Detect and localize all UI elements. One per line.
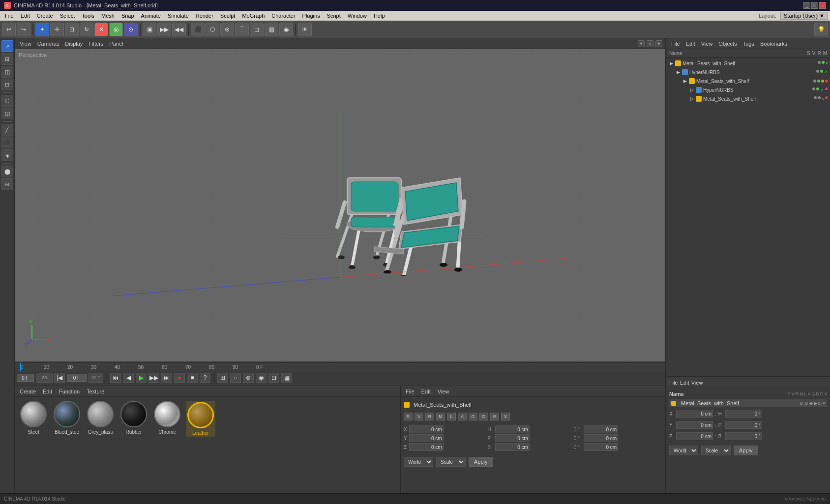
animate-play-button[interactable]: ▶▶ (157, 23, 171, 36)
mat-menu-function[interactable]: Function (57, 388, 82, 395)
tl-mode1[interactable]: ⊞ (217, 373, 228, 383)
right-attr-edit[interactable]: Edit (680, 380, 689, 386)
obj-menu-objects[interactable]: Objects (716, 40, 739, 47)
transform-mode-dropdown[interactable]: Scale Move Rotate (436, 457, 466, 467)
tl-mode6[interactable]: ▦ (281, 373, 292, 383)
left-extrude-tool[interactable]: ⬛ (1, 137, 13, 148)
attr-menu-file[interactable]: File (404, 388, 416, 395)
left-select-tool[interactable]: ↗ (1, 40, 13, 52)
tf-pos-y[interactable] (409, 434, 444, 442)
tf-pos-z[interactable] (409, 443, 444, 451)
scale2-button[interactable]: ◎ (109, 23, 123, 36)
tl-mode3[interactable]: ⊛ (243, 373, 254, 383)
left-scale-tool[interactable]: ⊡ (1, 79, 13, 90)
layout-preset[interactable]: Startup (User) ▼ (780, 12, 828, 20)
minimize-button[interactable]: _ (803, 2, 810, 9)
tl-record[interactable]: ● (174, 373, 185, 383)
nurbs-button[interactable]: ⊛ (220, 23, 234, 36)
coord-rot-y[interactable] (725, 421, 762, 429)
timeline-playhead[interactable] (20, 363, 21, 371)
tl-prev-frame[interactable]: ◀ (123, 373, 134, 383)
viewport-expand[interactable]: + (655, 40, 662, 47)
spline-button[interactable]: ⌒ (235, 23, 249, 36)
cube-button[interactable]: ⬛ (191, 23, 205, 36)
menu-mesh[interactable]: Mesh (98, 12, 118, 19)
attr-icon-g[interactable]: G (469, 413, 477, 420)
obj-item-hypernurbs2[interactable]: ▷ HyperNURBS ✓ (666, 85, 830, 94)
viewport-menu-filters[interactable]: Filters (87, 40, 105, 47)
obj-item-metal2[interactable]: ▶ Metal_Seats_with_Shelf (666, 77, 830, 85)
maximize-button[interactable]: □ (811, 2, 818, 9)
rotate2-button[interactable]: ⊙ (124, 23, 138, 36)
right-attr-dot-s[interactable]: ⊙ (800, 401, 803, 406)
menu-plugins[interactable]: Plugins (299, 12, 323, 19)
right-attr-dot-v[interactable]: ⊙ (804, 401, 808, 406)
menu-create[interactable]: Create (34, 12, 56, 19)
left-bridge-tool[interactable]: ◈ (1, 149, 13, 161)
right-attr-dot-m[interactable]: ▶ (814, 401, 817, 406)
tl-play[interactable]: ▶ (136, 373, 147, 383)
tl-go-start[interactable]: ⏮ (110, 373, 121, 383)
render-button[interactable]: 👁 (298, 23, 312, 36)
attr-icon-d[interactable]: D (479, 413, 488, 420)
attr-icon-x[interactable]: X (501, 413, 510, 420)
undo-button[interactable]: ↩ (2, 23, 16, 36)
obj-menu-bookmarks[interactable]: Bookmarks (758, 40, 789, 47)
obj-item-metal3[interactable]: ▷ Metal_Seats_with_Shelf × (666, 94, 830, 103)
menu-select[interactable]: Select (57, 12, 78, 19)
tf-rot-x[interactable] (495, 425, 530, 433)
scale-tool-button[interactable]: ⊡ (65, 23, 79, 36)
display-mode-button[interactable]: 💡 (814, 23, 828, 36)
viewport-zoom-fit[interactable]: + (638, 40, 645, 47)
tf-scale-y[interactable] (584, 434, 618, 442)
start-frame-input[interactable] (67, 374, 87, 382)
move-tool-button[interactable]: ✛ (50, 23, 64, 36)
redo-button[interactable]: ↪ (17, 23, 30, 36)
tl-go-end[interactable]: ⏭ (161, 373, 172, 383)
tf-pos-x[interactable] (409, 425, 444, 433)
right-attr-dot-a[interactable]: × (823, 401, 825, 406)
close-button[interactable]: × (819, 2, 826, 9)
obj-menu-view[interactable]: View (699, 40, 715, 47)
obj-item-hypernurbs1[interactable]: ▶ HyperNURBS ✓ (666, 68, 830, 77)
coord-pos-x[interactable] (676, 410, 713, 418)
left-knife-tool[interactable]: ╱ (1, 124, 13, 136)
obj-menu-edit[interactable]: Edit (684, 40, 697, 47)
tf-scale-x[interactable] (584, 425, 618, 433)
coord-pos-y[interactable] (676, 421, 713, 429)
left-move-tool[interactable]: ⊞ (1, 53, 13, 65)
tl-mode4[interactable]: ◉ (256, 373, 267, 383)
viewport-menu-view[interactable]: View (18, 40, 33, 47)
obj-menu-tags[interactable]: Tags (741, 40, 756, 47)
viewport-frame[interactable]: ○ (647, 40, 653, 47)
tl-mode2[interactable]: ○ (230, 373, 241, 383)
material-grey-plastic[interactable]: Grey_plasti (86, 401, 115, 437)
animate-record-button[interactable]: ▣ (143, 23, 156, 36)
material-steel[interactable]: Steel (19, 401, 48, 437)
3d-viewport[interactable]: Perspective (15, 49, 665, 362)
select-tool-button[interactable]: ✦ (35, 23, 49, 36)
viewport-menu-panel[interactable]: Panel (107, 40, 125, 47)
menu-snap[interactable]: Snap (119, 12, 137, 19)
current-frame-input[interactable] (17, 374, 34, 382)
attr-icon-r[interactable]: R (425, 413, 434, 420)
left-magnet-tool[interactable]: ⊛ (1, 178, 13, 190)
menu-animate[interactable]: Animate (138, 12, 164, 19)
apply-button[interactable]: Apply (469, 457, 493, 467)
camera-button[interactable]: ▦ (265, 23, 278, 36)
mat-menu-create[interactable]: Create (18, 388, 38, 395)
attr-menu-view[interactable]: View (436, 388, 451, 395)
left-poly-tool[interactable]: ⬡ (1, 95, 13, 107)
animate-prev-button[interactable]: ◀◀ (172, 23, 186, 36)
material-blued-steel[interactable]: Blued_stee (52, 401, 82, 437)
menu-help[interactable]: Help (371, 12, 388, 19)
tl-stop[interactable]: ■ (187, 373, 198, 383)
tl-mode5[interactable]: ⊡ (268, 373, 279, 383)
menu-window[interactable]: Window (345, 12, 370, 19)
coord-rot-x[interactable] (725, 410, 762, 418)
mat-menu-texture[interactable]: Texture (85, 388, 106, 395)
menu-sculpt[interactable]: Sculpt (217, 12, 238, 19)
attr-icon-l[interactable]: L (447, 413, 456, 420)
material-chrome[interactable]: Chrome (152, 401, 182, 437)
deform-button[interactable]: ◻ (250, 23, 264, 36)
